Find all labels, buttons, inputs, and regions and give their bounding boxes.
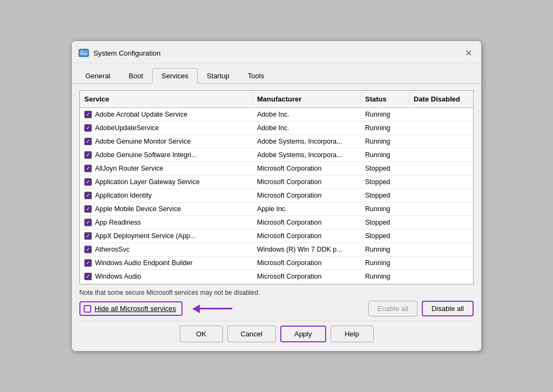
- table-header: Service Manufacturer Status Date Disable…: [80, 91, 473, 108]
- service-cell: ✓AppX Deployment Service (App...: [80, 229, 253, 242]
- tab-general[interactable]: General: [76, 68, 119, 84]
- bottom-section: Note that some secure Microsoft services…: [79, 289, 474, 316]
- manufacturer-cell: Apple Inc.: [253, 202, 361, 215]
- arrow-head: [192, 305, 200, 313]
- hide-microsoft-label: Hide all Microsoft services: [95, 305, 176, 313]
- date-disabled-cell: [409, 112, 473, 117]
- table-row: ✓Adobe Genuine Monitor ServiceAdobe Syst…: [80, 135, 473, 148]
- service-checkbox[interactable]: ✓: [84, 219, 92, 226]
- service-name: Windows Audio Endpoint Builder: [95, 259, 193, 267]
- table-row: ✓Adobe Acrobat Update ServiceAdobe Inc.R…: [80, 108, 473, 121]
- title-bar: System Configuration ✕: [72, 41, 481, 63]
- ok-button[interactable]: OK: [180, 326, 223, 342]
- date-disabled-cell: [409, 152, 473, 158]
- manufacturer-cell: Microsoft Corporation: [253, 256, 361, 269]
- service-name: AdobeUpdateService: [95, 124, 159, 132]
- service-checkbox[interactable]: ✓: [84, 165, 92, 172]
- col-date-disabled: Date Disabled: [409, 93, 473, 105]
- service-cell: ✓App Readiness: [80, 216, 253, 229]
- tab-bar: General Boot Services Startup Tools: [72, 63, 481, 84]
- service-name: Windows Audio: [95, 273, 141, 280]
- close-button[interactable]: ✕: [462, 46, 475, 59]
- table-row: ✓AdobeUpdateServiceAdobe Inc.Running: [80, 121, 473, 135]
- table-row: ✓Adobe Genuine Software Integri...Adobe …: [80, 148, 473, 162]
- date-disabled-cell: [409, 260, 473, 266]
- service-name: Application Layer Gateway Service: [95, 178, 200, 186]
- service-checkbox[interactable]: ✓: [84, 205, 92, 213]
- manufacturer-cell: Microsoft Corporation: [253, 270, 361, 283]
- manufacturer-cell: Microsoft Corporation: [253, 162, 361, 175]
- col-status: Status: [361, 93, 409, 105]
- date-disabled-cell: [409, 233, 473, 239]
- date-disabled-cell: [409, 179, 473, 185]
- status-cell: Running: [361, 148, 409, 161]
- window-icon: [78, 48, 89, 58]
- service-cell: ✓Application Identity: [80, 189, 253, 202]
- service-cell: ✓AtherosSvc: [80, 243, 253, 256]
- service-name: App Readiness: [95, 219, 141, 226]
- dialog-button-row: OK Cancel Apply Help: [79, 321, 474, 344]
- service-name: Adobe Genuine Software Integri...: [95, 151, 197, 159]
- status-cell: Stopped: [361, 229, 409, 242]
- service-checkbox[interactable]: ✓: [84, 124, 92, 132]
- service-cell: ✓Apple Mobile Device Service: [80, 202, 253, 215]
- table-row: ✓Apple Mobile Device ServiceApple Inc.Ru…: [80, 202, 473, 216]
- service-name: AllJoyn Router Service: [95, 165, 163, 172]
- service-cell: ✓AllJoyn Router Service: [80, 162, 253, 175]
- status-cell: Stopped: [361, 162, 409, 175]
- date-disabled-cell: [409, 166, 473, 171]
- window-title: System Configuration: [93, 49, 160, 57]
- manufacturer-cell: Adobe Inc.: [253, 108, 361, 121]
- service-name: Adobe Acrobat Update Service: [95, 111, 187, 118]
- manufacturer-cell: Adobe Systems, Incorpora...: [253, 135, 361, 148]
- tab-services[interactable]: Services: [152, 68, 198, 84]
- apply-button[interactable]: Apply: [280, 326, 326, 342]
- status-cell: Running: [361, 135, 409, 148]
- status-cell: Stopped: [361, 189, 409, 202]
- service-name: AtherosSvc: [95, 246, 130, 253]
- service-name: Adobe Genuine Monitor Service: [95, 138, 191, 145]
- table-row: ✓Application IdentityMicrosoft Corporati…: [80, 189, 473, 202]
- enable-disable-buttons: Enable all Disable all: [368, 301, 474, 316]
- date-disabled-cell: [409, 220, 473, 225]
- tab-startup[interactable]: Startup: [198, 68, 239, 84]
- cancel-button[interactable]: Cancel: [227, 326, 276, 342]
- status-cell: Stopped: [361, 175, 409, 188]
- enable-all-button[interactable]: Enable all: [368, 301, 417, 316]
- date-disabled-cell: [409, 139, 473, 144]
- service-checkbox[interactable]: ✓: [84, 232, 92, 240]
- table-row: ✓Windows Audio Endpoint BuilderMicrosoft…: [80, 256, 473, 270]
- service-checkbox[interactable]: ✓: [84, 138, 92, 145]
- service-name: Application Identity: [95, 192, 152, 199]
- disable-all-button[interactable]: Disable all: [422, 301, 474, 316]
- help-button[interactable]: Help: [331, 326, 374, 342]
- manufacturer-cell: Microsoft Corporation: [253, 229, 361, 242]
- manufacturer-cell: Microsoft Corporation: [253, 175, 361, 188]
- service-checkbox[interactable]: ✓: [84, 151, 92, 159]
- table-row: ✓AllJoyn Router ServiceMicrosoft Corpora…: [80, 162, 473, 175]
- hide-section: Hide all Microsoft services: [79, 301, 232, 316]
- table-row: ✓Windows AudioMicrosoft CorporationRunni…: [80, 270, 473, 283]
- arrow-line: [200, 308, 232, 309]
- service-cell: ✓Application Layer Gateway Service: [80, 175, 253, 188]
- service-checkbox[interactable]: ✓: [84, 111, 92, 118]
- service-checkbox[interactable]: ✓: [84, 192, 92, 199]
- hide-microsoft-checkbox[interactable]: [84, 305, 91, 313]
- service-checkbox[interactable]: ✓: [84, 178, 92, 186]
- tab-tools[interactable]: Tools: [239, 68, 273, 84]
- service-cell: ✓Windows Audio: [80, 270, 253, 283]
- title-bar-left: System Configuration: [78, 48, 160, 58]
- col-manufacturer: Manufacturer: [253, 93, 361, 105]
- table-row: ✓AtherosSvcWindows (R) Win 7 DDK p...Run…: [80, 243, 473, 256]
- service-checkbox[interactable]: ✓: [84, 273, 92, 280]
- manufacturer-cell: Windows (R) Win 7 DDK p...: [253, 243, 361, 256]
- table-row: ✓App ReadinessMicrosoft CorporationStopp…: [80, 216, 473, 229]
- service-checkbox[interactable]: ✓: [84, 246, 92, 253]
- manufacturer-cell: Adobe Systems, Incorpora...: [253, 148, 361, 161]
- date-disabled-cell: [409, 274, 473, 279]
- service-checkbox[interactable]: ✓: [84, 259, 92, 267]
- date-disabled-cell: [409, 247, 473, 252]
- status-cell: Running: [361, 121, 409, 134]
- manufacturer-cell: Adobe Inc.: [253, 121, 361, 134]
- tab-boot[interactable]: Boot: [119, 68, 152, 84]
